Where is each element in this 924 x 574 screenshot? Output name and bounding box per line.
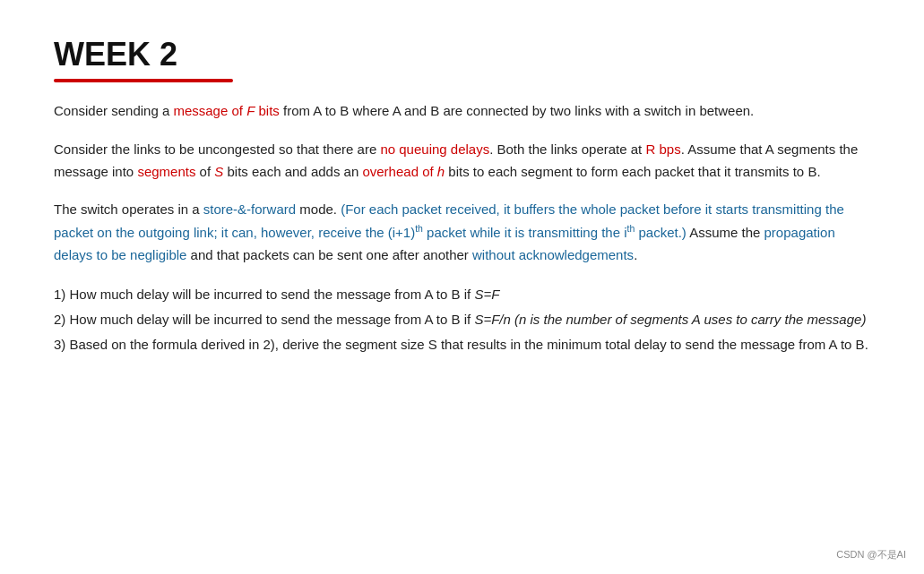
highlight-s: S — [214, 164, 223, 179]
highlight-message-f: message of F bits — [173, 103, 279, 118]
q1-condition: S=F — [474, 287, 499, 302]
questions-section: 1) How much delay will be incurred to se… — [54, 283, 870, 357]
highlight-overhead: overhead of h — [362, 164, 445, 179]
q2-condition: S=F/n (n is the number of segments A use… — [474, 312, 866, 327]
paragraph-3: The switch operates in a store-&-forward… — [54, 199, 870, 266]
title-underline — [54, 79, 233, 82]
highlight-segments: segments — [137, 164, 195, 179]
highlight-parenthetical: (For each packet received, it buffers th… — [54, 201, 844, 240]
page-title: WEEK 2 — [54, 36, 870, 73]
paragraph-1: Consider sending a message of F bits fro… — [54, 100, 870, 123]
watermark: CSDN @不是AI — [836, 548, 906, 561]
question-1: 1) How much delay will be incurred to se… — [54, 283, 870, 306]
question-3: 3) Based on the formula derived in 2), d… — [54, 333, 870, 356]
highlight-no-queuing: no queuing delays — [380, 141, 489, 157]
highlight-r-bps: R bps — [645, 141, 680, 157]
highlight-no-ack: without acknowledgements — [472, 247, 634, 262]
highlight-store-forward: store-&-forward — [203, 201, 296, 217]
paragraph-2: Consider the links to be uncongested so … — [54, 139, 870, 184]
question-2: 2) How much delay will be incurred to se… — [54, 308, 870, 331]
